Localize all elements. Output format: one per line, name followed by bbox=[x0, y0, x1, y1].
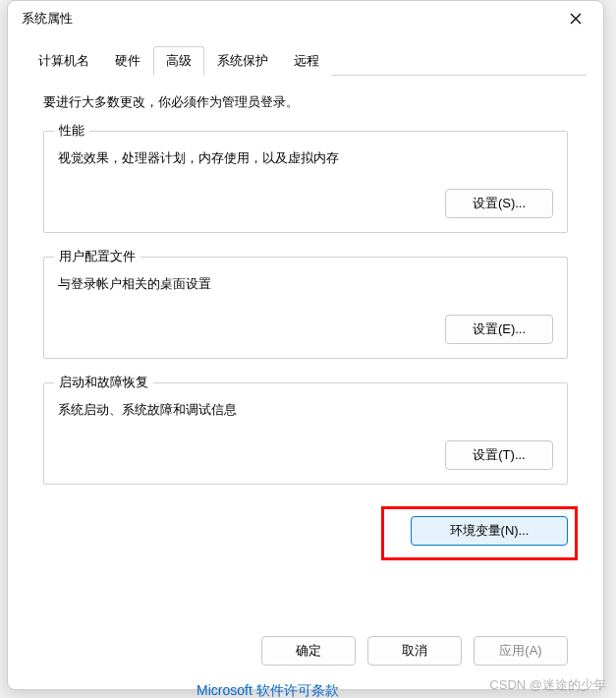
close-icon bbox=[570, 13, 582, 25]
tab-advanced[interactable]: 高级 bbox=[153, 46, 204, 76]
apply-button[interactable]: 应用(A) bbox=[474, 636, 568, 666]
dialog-content: 计算机名 硬件 高级 系统保护 远程 要进行大多数更改，你必须作为管理员登录。 … bbox=[8, 35, 603, 689]
close-button[interactable] bbox=[562, 5, 589, 32]
titlebar: 系统属性 bbox=[8, 1, 603, 35]
startup-fieldset: 启动和故障恢复 系统启动、系统故障和调试信息 设置(T)... bbox=[43, 382, 568, 485]
performance-settings-button[interactable]: 设置(S)... bbox=[445, 189, 553, 218]
tab-bar: 计算机名 硬件 高级 系统保护 远程 bbox=[26, 45, 586, 76]
performance-legend: 性能 bbox=[54, 122, 89, 140]
user-profile-fieldset: 用户配置文件 与登录帐户相关的桌面设置 设置(E)... bbox=[43, 257, 568, 359]
admin-note: 要进行大多数更改，你必须作为管理员登录。 bbox=[26, 93, 586, 121]
user-profile-settings-button[interactable]: 设置(E)... bbox=[445, 315, 553, 344]
performance-description: 视觉效果，处理器计划，内存使用，以及虚拟内存 bbox=[58, 149, 553, 167]
user-profile-legend: 用户配置文件 bbox=[54, 248, 140, 265]
tab-computer-name[interactable]: 计算机名 bbox=[26, 46, 102, 76]
startup-legend: 启动和故障恢复 bbox=[54, 374, 153, 391]
env-row: 环境变量(N)... bbox=[43, 516, 568, 546]
user-profile-description: 与登录帐户相关的桌面设置 bbox=[58, 275, 553, 293]
window-title: 系统属性 bbox=[22, 10, 73, 28]
cancel-button[interactable]: 取消 bbox=[367, 636, 462, 666]
startup-settings-button[interactable]: 设置(T)... bbox=[445, 440, 553, 470]
performance-fieldset: 性能 视觉效果，处理器计划，内存使用，以及虚拟内存 设置(S)... bbox=[43, 131, 568, 233]
tab-system-protection[interactable]: 系统保护 bbox=[204, 46, 281, 76]
tab-remote[interactable]: 远程 bbox=[281, 46, 332, 76]
environment-variables-button[interactable]: 环境变量(N)... bbox=[411, 516, 568, 546]
ok-button[interactable]: 确定 bbox=[261, 636, 356, 666]
system-properties-dialog: 系统属性 计算机名 硬件 高级 系统保护 远程 要进行大多数更改，你必须作为管理… bbox=[7, 0, 604, 690]
startup-description: 系统启动、系统故障和调试信息 bbox=[58, 401, 553, 419]
tab-hardware[interactable]: 硬件 bbox=[102, 46, 153, 76]
dialog-footer: 确定 取消 应用(A) bbox=[26, 622, 586, 679]
